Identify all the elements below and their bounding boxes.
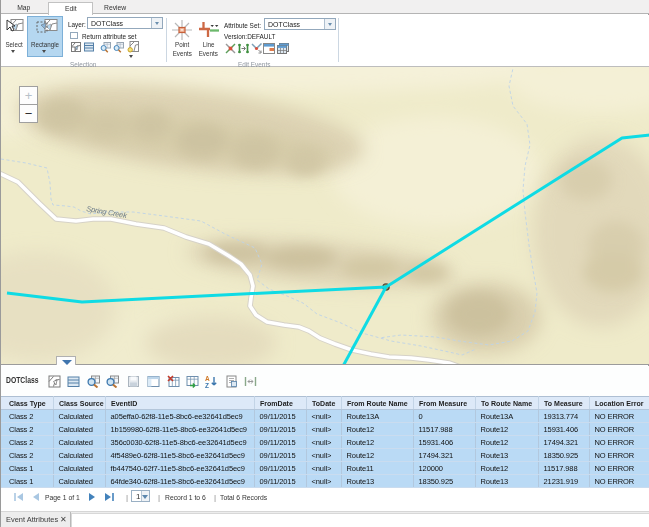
svg-text:Z: Z (205, 382, 209, 389)
